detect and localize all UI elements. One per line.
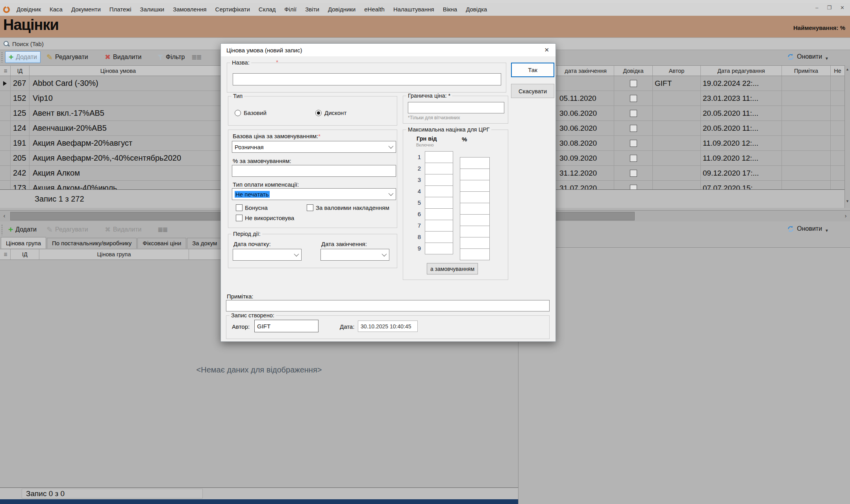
uah-from-input[interactable] xyxy=(425,243,453,254)
scroll-up-icon[interactable]: ▲ xyxy=(845,67,850,71)
radio-base[interactable]: Базовий xyxy=(235,109,267,116)
date-input[interactable] xyxy=(358,321,418,332)
header-corner-2[interactable]: ≣ xyxy=(0,249,11,259)
filter-button[interactable]: Фільтр xyxy=(154,51,188,63)
edit-button[interactable]: ✎ Редагувати xyxy=(43,51,91,63)
tab-3[interactable]: Фіксовані ціни xyxy=(137,238,186,248)
percent-input[interactable] xyxy=(460,191,490,203)
checkbox-icon[interactable] xyxy=(630,125,637,132)
checkbox-icon[interactable] xyxy=(630,155,637,162)
column-header-enddate[interactable]: дата закінчення xyxy=(557,66,614,76)
name-input[interactable] xyxy=(233,73,501,85)
percent-input[interactable] xyxy=(460,248,490,260)
percent-input[interactable] xyxy=(460,169,490,180)
compensation-combo[interactable]: Не печатать xyxy=(232,188,396,200)
base-price-combo[interactable]: Розничная xyxy=(232,141,396,153)
reference-checkbox-cell[interactable] xyxy=(614,76,653,91)
checkbox-gross[interactable]: За валовими накладенням xyxy=(307,204,396,211)
limit-price-input[interactable] xyxy=(408,102,504,113)
author-input[interactable] xyxy=(254,320,319,332)
checkbox-icon[interactable] xyxy=(630,185,637,190)
uah-from-input[interactable] xyxy=(425,208,453,220)
uah-from-input[interactable] xyxy=(425,174,453,186)
column-chooser-button-bottom[interactable]: ≣≣ xyxy=(154,224,170,235)
menu-item-склад[interactable]: Склад xyxy=(254,3,280,16)
checkbox-bonus[interactable]: Бонусна xyxy=(236,204,299,211)
reference-checkbox-cell[interactable] xyxy=(614,121,653,135)
menu-item-налаштування[interactable]: Налаштування xyxy=(389,3,439,16)
delete-button[interactable]: ✖ Видалити xyxy=(102,51,144,63)
minimize-button[interactable]: – xyxy=(815,5,818,11)
menu-item-замовлення[interactable]: Замовлення xyxy=(169,3,211,16)
menu-item-звіти[interactable]: Звіти xyxy=(301,3,324,16)
reference-checkbox-cell[interactable] xyxy=(614,166,653,180)
menu-item-довідка[interactable]: Довідка xyxy=(461,3,491,16)
scroll-left-icon[interactable]: ‹ xyxy=(0,212,9,219)
dialog-close-icon[interactable]: ✕ xyxy=(544,46,549,54)
refresh-button-top[interactable]: Оновити ▼ xyxy=(787,53,829,60)
percent-input[interactable] xyxy=(460,180,490,192)
checkbox-icon[interactable] xyxy=(630,80,637,87)
percent-input[interactable] xyxy=(460,214,490,226)
column-header-id[interactable]: ІД xyxy=(11,66,30,76)
scroll-down-icon[interactable]: ▼ xyxy=(845,199,850,203)
reference-checkbox-cell[interactable] xyxy=(614,106,653,120)
defaults-button[interactable]: а замовчуванням xyxy=(427,263,478,274)
percent-input[interactable] xyxy=(460,226,490,237)
uah-from-input[interactable] xyxy=(425,220,453,232)
delete-button-bottom[interactable]: ✖ Видалити xyxy=(102,224,144,235)
menu-item-платежі[interactable]: Платежі xyxy=(105,3,136,16)
menu-item-сертифікати[interactable]: Сертифікати xyxy=(211,3,254,16)
menu-item-документи[interactable]: Документи xyxy=(67,3,105,16)
column-header-note[interactable]: Примітка xyxy=(782,66,831,76)
menu-item-каса[interactable]: Каса xyxy=(45,3,67,16)
percent-input[interactable] xyxy=(460,157,490,169)
default-percent-input[interactable] xyxy=(232,165,396,177)
vertical-scrollbar[interactable]: ▲ ▼ xyxy=(844,65,850,208)
header-corner[interactable]: ≣ xyxy=(0,66,11,76)
uah-from-input[interactable] xyxy=(425,197,453,209)
menu-item-філії[interactable]: Філії xyxy=(280,3,301,16)
tab-4[interactable]: За докум xyxy=(187,238,222,248)
note-input[interactable] xyxy=(226,300,550,311)
uah-from-input[interactable] xyxy=(425,151,453,163)
column-header-edited[interactable]: Дата редагування xyxy=(701,66,782,76)
close-button[interactable]: ✕ xyxy=(840,5,844,11)
restore-button[interactable]: ❐ xyxy=(827,5,831,11)
radio-discount[interactable]: Дисконт xyxy=(315,109,346,116)
reference-checkbox-cell[interactable] xyxy=(614,136,653,150)
menu-item-залишки[interactable]: Залишки xyxy=(136,3,169,16)
percent-input[interactable] xyxy=(460,203,490,215)
percent-input[interactable] xyxy=(460,237,490,249)
tab-1[interactable]: Цінова група xyxy=(1,237,46,248)
edit-button-bottom[interactable]: ✎ Редагувати xyxy=(43,224,91,235)
checkbox-not-use[interactable]: Не використовува xyxy=(236,215,299,221)
column-chooser-button[interactable]: ≣≣ xyxy=(188,51,204,63)
checkbox-icon[interactable] xyxy=(630,95,637,102)
menu-item-ehealth[interactable]: eHealth xyxy=(360,3,389,16)
tab-2[interactable]: По постачальнику/виробнику xyxy=(47,238,137,248)
add-button[interactable]: + Додати xyxy=(5,51,41,63)
end-date-combo[interactable] xyxy=(320,249,389,261)
column-header-id-2[interactable]: ІД xyxy=(11,249,39,259)
menu-item-вікна[interactable]: Вікна xyxy=(439,3,462,16)
cancel-button[interactable]: Скасувати xyxy=(511,84,554,98)
column-header-reference[interactable]: Довідка xyxy=(614,66,653,76)
menu-item-довідники[interactable]: Довідники xyxy=(324,3,360,16)
add-button-bottom[interactable]: + Додати xyxy=(5,224,40,235)
checkbox-icon[interactable] xyxy=(630,140,637,147)
refresh-button-bottom[interactable]: Оновити ▼ xyxy=(787,225,829,232)
search-input[interactable]: Поиск (Tab) xyxy=(12,41,44,47)
checkbox-icon[interactable] xyxy=(630,110,637,117)
column-header-author[interactable]: Автор xyxy=(653,66,701,76)
ok-button[interactable]: Так xyxy=(511,63,554,77)
scroll-right-icon[interactable]: › xyxy=(841,212,850,219)
uah-from-input[interactable] xyxy=(425,185,453,197)
reference-checkbox-cell[interactable] xyxy=(614,91,653,106)
uah-from-input[interactable] xyxy=(425,231,453,243)
checkbox-icon[interactable] xyxy=(630,170,637,177)
reference-checkbox-cell[interactable] xyxy=(614,151,653,165)
start-date-combo[interactable] xyxy=(233,249,302,261)
column-header-cut[interactable]: Не xyxy=(831,66,844,76)
column-header-group[interactable]: Цінова група xyxy=(39,249,189,259)
